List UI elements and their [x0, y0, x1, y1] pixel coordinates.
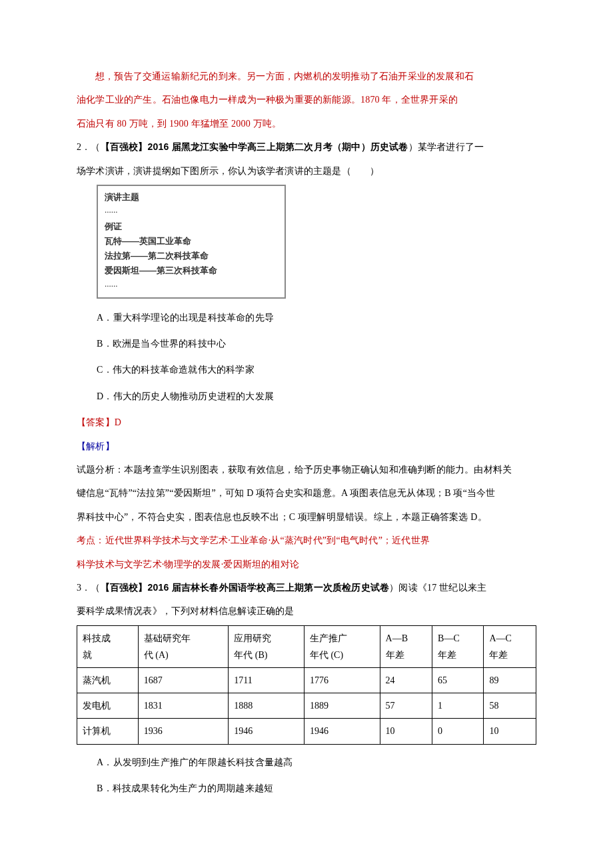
table-header-row: 科技成就 基础研究年代 (A) 应用研究年代 (B) 生产推广年代 (C) A—… [77, 625, 536, 667]
cell: 0 [432, 719, 484, 744]
intro-line-1: 想，预告了交通运输新纪元的到来。另一方面，内燃机的发明推动了石油开采业的发展和石 [77, 67, 536, 86]
cell: 1687 [138, 668, 228, 693]
q2-analysis-title: 【解析】 [77, 437, 536, 456]
q2-option-b: B．欧洲是当今世界的科技中心 [97, 334, 536, 353]
table-row: 发电机 1831 1888 1889 57 1 58 [77, 693, 536, 719]
th-bc-diff: B—C年差 [432, 625, 484, 667]
table-row: 蒸汽机 1687 1711 1776 24 65 89 [77, 668, 536, 693]
cell: 1776 [304, 668, 380, 693]
q3-tail-1: ）阅读《17 世纪以来主 [389, 583, 486, 593]
cell: 58 [484, 693, 536, 719]
q2-kd-line-1: 考点：近代世界科学技术与文学艺术·工业革命·从“蒸汽时代”到“电气时代”；近代世… [77, 531, 536, 550]
cell: 1889 [304, 693, 380, 719]
science-achievements-table: 科技成就 基础研究年代 (A) 应用研究年代 (B) 生产推广年代 (C) A—… [77, 625, 536, 745]
intro-line-2: 油化学工业的产生。石油也像电力一样成为一种极为重要的新能源。1870 年，全世界… [77, 90, 536, 109]
outline-dots-1: ······ [105, 205, 278, 219]
cell: 89 [484, 668, 536, 693]
outline-row-4: 爱因斯坦——第三次科技革命 [105, 263, 278, 278]
q2-kd-line-2: 科学技术与文学艺术·物理学的发展·爱因斯坦的相对论 [77, 555, 536, 574]
cell: 10 [380, 719, 432, 744]
q2-option-a: A．重大科学理论的出现是科技革命的先导 [97, 308, 536, 327]
q3-source: 【百强校】2016 届吉林长春外国语学校高三上期第一次质检历史试卷 [101, 582, 390, 593]
q2-num: 2．（ [77, 142, 101, 152]
q3-option-b: B．科技成果转化为生产力的周期越来越短 [97, 779, 536, 798]
cell: 10 [484, 719, 536, 744]
th-basic-year: 基础研究年代 (A) [138, 625, 228, 667]
table-row: 计算机 1936 1946 1946 10 0 10 [77, 719, 536, 744]
cell: 1831 [138, 693, 228, 719]
q3-stem-line-2: 要科学成果情况表》，下列对材料信息解读正确的是 [77, 601, 536, 621]
outline-row-1: 例证 [105, 219, 278, 234]
th-applied-year: 应用研究年代 (B) [229, 625, 305, 667]
q2-source: 【百强校】2016 届黑龙江实验中学高三上期第二次月考（期中）历史试卷 [101, 141, 408, 152]
th-prod-year: 生产推广年代 (C) [304, 625, 380, 667]
cell: 1 [432, 693, 484, 719]
th-ab-diff: A—B年差 [380, 625, 432, 667]
th-ac-diff: A—C年差 [484, 625, 536, 667]
q3-stem-line-1: 3．（【百强校】2016 届吉林长春外国语学校高三上期第一次质检历史试卷）阅读《… [77, 578, 536, 597]
cell: 1711 [229, 668, 305, 693]
q2-tail-1: ）某学者进行了一 [408, 142, 484, 152]
cell: 65 [432, 668, 484, 693]
cell: 1946 [304, 719, 380, 744]
q2-analysis-line-1: 试题分析：本题考查学生识别图表，获取有效信息，给予历史事物正确认知和准确判断的能… [77, 460, 536, 479]
outline-dots-2: ······ [105, 279, 278, 293]
outline-title: 演讲主题 [105, 190, 278, 205]
cell: 1946 [229, 719, 305, 744]
q3-option-a: A．从发明到生产推广的年限越长科技含量越高 [97, 753, 536, 772]
intro-line-3: 石油只有 80 万吨，到 1900 年猛增至 2000 万吨。 [77, 114, 536, 133]
q2-stem-line-1: 2．（【百强校】2016 届黑龙江实验中学高三上期第二次月考（期中）历史试卷）某… [77, 137, 536, 157]
q2-analysis-line-2: 键信息“瓦特”“法拉第”“爱因斯坦”，可知 D 项符合史实和题意。A 项图表信息… [77, 483, 536, 503]
q3-num: 3．（ [77, 583, 101, 593]
outline-row-2: 瓦特——英国工业革命 [105, 234, 278, 249]
cell: 1936 [138, 719, 228, 744]
outline-row-3: 法拉第——第二次科技革命 [105, 249, 278, 263]
q2-option-d: D．伟大的历史人物推动历史进程的大发展 [97, 387, 536, 406]
cell: 1888 [229, 693, 305, 719]
intro-red-block: 想，预告了交通运输新纪元的到来。另一方面，内燃机的发明推动了石油开采业的发展和石… [77, 67, 536, 133]
q2-analysis-line-3: 界科技中心”，不符合史实，图表信息也反映不出；C 项理解明显错误。综上，本题正确… [77, 507, 536, 527]
cell: 24 [380, 668, 432, 693]
cell: 发电机 [77, 693, 139, 719]
q2-answer: 【答案】D [77, 413, 536, 432]
lecture-outline-box: 演讲主题 ······ 例证 瓦特——英国工业革命 法拉第——第二次科技革命 爱… [97, 185, 286, 299]
cell: 蒸汽机 [77, 668, 139, 693]
th-achievement: 科技成就 [77, 625, 139, 667]
cell: 57 [380, 693, 432, 719]
q2-stem-line-2: 场学术演讲，演讲提纲如下图所示，你认为该学者演讲的主题是（ ） [77, 161, 536, 181]
q2-option-c: C．伟大的科技革命造就伟大的科学家 [97, 360, 536, 379]
cell: 计算机 [77, 719, 139, 744]
